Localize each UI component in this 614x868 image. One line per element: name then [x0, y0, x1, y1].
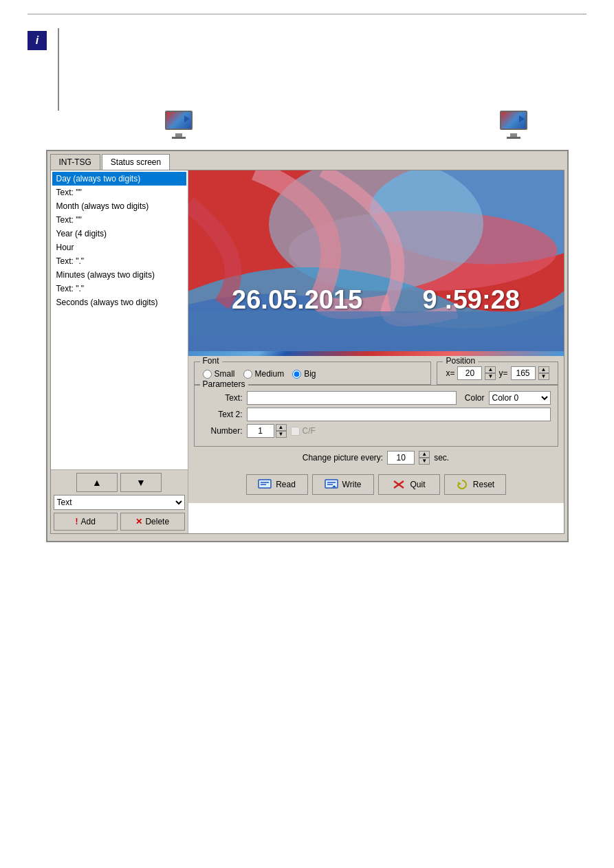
font-group-title: Font	[200, 356, 222, 366]
up-arrow-button[interactable]: ▲	[76, 473, 118, 492]
font-medium-radio[interactable]	[243, 370, 252, 379]
tab-inttsg[interactable]: INT-TSG	[50, 154, 100, 170]
controls-area: Font Small Medium	[188, 356, 564, 503]
list-panel: Day (always two digits) Text: "" Month (…	[51, 170, 188, 469]
text-label: Text:	[201, 393, 243, 403]
number-param-row: Number: ▲ ▼ C/F	[201, 424, 551, 438]
preview-time: 9 :59:28	[422, 285, 520, 315]
preview-date: 26.05.2015	[232, 285, 362, 315]
type-dropdown-row: Text Date Time Number	[54, 495, 185, 510]
number-input[interactable]	[247, 424, 274, 438]
font-medium-radio-label[interactable]: Medium	[243, 369, 285, 379]
number-spin-down[interactable]: ▼	[276, 431, 287, 438]
font-position-row: Font Small Medium	[194, 361, 558, 385]
number-input-group: ▲ ▼	[247, 424, 287, 438]
quit-button[interactable]: Quit	[378, 474, 440, 495]
font-small-radio-label[interactable]: Small	[203, 369, 235, 379]
info-bar	[58, 28, 59, 111]
list-item[interactable]: Hour	[52, 241, 186, 254]
list-item[interactable]: Text: ""	[52, 213, 186, 227]
list-item[interactable]: Year (4 digits)	[52, 227, 186, 241]
preview-area: 26.05.2015 9 :59:28	[188, 170, 564, 356]
read-icon	[258, 479, 272, 490]
font-medium-label: Medium	[255, 369, 285, 379]
text-param-row: Text: Color Color 0	[201, 391, 551, 405]
tab-status[interactable]: Status screen	[102, 154, 170, 170]
icons-row	[66, 111, 586, 143]
font-big-radio-label[interactable]: Big	[292, 369, 316, 379]
right-panel: 26.05.2015 9 :59:28 Font	[188, 170, 564, 533]
change-picture-input[interactable]	[387, 451, 415, 465]
y-input[interactable]	[511, 366, 536, 380]
left-panel-bottom: ▲ ▼ Text Date Time Number !	[51, 469, 188, 533]
delete-button[interactable]: ✕ Delete	[120, 513, 185, 531]
monitor-icon-right	[497, 111, 531, 143]
change-picture-unit: sec.	[434, 453, 449, 463]
change-picture-spin-up[interactable]: ▲	[419, 451, 430, 458]
info-content	[66, 28, 586, 143]
read-button[interactable]: Read	[246, 474, 308, 495]
main-dialog: INT-TSG Status screen Day (always two di…	[46, 150, 569, 542]
quit-icon	[392, 479, 406, 490]
y-spin-up[interactable]: ▲	[538, 366, 549, 373]
x-spin-up[interactable]: ▲	[485, 366, 496, 373]
font-small-radio[interactable]	[203, 370, 212, 379]
x-spin-down[interactable]: ▼	[485, 373, 496, 380]
reset-icon	[455, 479, 469, 490]
top-divider	[28, 14, 586, 14]
params-group-title: Parameters	[200, 379, 248, 389]
y-label: y=	[498, 368, 507, 378]
info-section: i	[28, 28, 586, 143]
x-delete-icon: ✕	[135, 517, 142, 526]
list-item[interactable]: Day (always two digits)	[52, 172, 186, 186]
add-delete-row: ! Add ✕ Delete	[54, 513, 185, 531]
list-item[interactable]: Month (always two digits)	[52, 199, 186, 213]
cf-checkbox-group: C/F	[291, 426, 316, 436]
x-spin: ▲ ▼	[485, 366, 496, 380]
pos-group-inner: x= ▲ ▼ y= ▲ ▼	[446, 366, 549, 380]
color-label: Color	[465, 393, 485, 403]
down-arrow-button[interactable]: ▼	[120, 473, 162, 492]
position-group: Position x= ▲ ▼ y=	[437, 361, 558, 385]
x-label: x=	[446, 368, 454, 378]
reset-button[interactable]: Reset	[444, 474, 506, 495]
font-small-label: Small	[215, 369, 235, 379]
y-spin: ▲ ▼	[538, 366, 549, 380]
change-picture-row: Change picture every: ▲ ▼ sec.	[194, 451, 558, 465]
change-picture-spin: ▲ ▼	[419, 451, 430, 465]
text-input[interactable]	[247, 391, 457, 405]
bottom-buttons: Read Write	[194, 470, 558, 498]
list-items: Day (always two digits) Text: "" Month (…	[51, 170, 188, 311]
dialog-tabs: INT-TSG Status screen	[47, 151, 567, 170]
write-button[interactable]: Write	[312, 474, 374, 495]
type-dropdown[interactable]: Text Date Time Number	[54, 495, 185, 510]
preview-stripe	[188, 311, 564, 335]
svg-marker-13	[458, 482, 461, 485]
color-select[interactable]: Color 0	[489, 391, 551, 405]
monitor-icon-left	[162, 111, 197, 143]
dialog-body: Day (always two digits) Text: "" Month (…	[50, 170, 564, 534]
exclamation-icon: !	[76, 517, 78, 526]
font-big-radio[interactable]	[292, 370, 301, 379]
list-item[interactable]: Text: ""	[52, 186, 186, 199]
text2-input[interactable]	[247, 408, 551, 421]
params-group: Parameters Text: Color Color 0 T	[194, 385, 558, 447]
cf-label: C/F	[303, 426, 316, 436]
number-spin-up[interactable]: ▲	[276, 424, 287, 431]
cf-checkbox[interactable]	[291, 427, 300, 436]
list-item[interactable]: Text: "."	[52, 254, 186, 268]
list-item[interactable]: Text: "."	[52, 282, 186, 296]
add-button[interactable]: ! Add	[54, 513, 118, 531]
info-icon: i	[28, 31, 47, 50]
text2-label: Text 2:	[201, 410, 243, 419]
y-spin-down[interactable]: ▼	[538, 373, 549, 380]
list-item[interactable]: Minutes (always two digits)	[52, 268, 186, 282]
svg-rect-7	[325, 480, 338, 488]
x-input[interactable]	[457, 366, 482, 380]
list-item[interactable]: Seconds (always two digits)	[52, 296, 186, 309]
change-picture-label: Change picture every:	[303, 453, 383, 463]
svg-rect-4	[259, 480, 271, 488]
change-picture-spin-down[interactable]: ▼	[419, 458, 430, 465]
write-icon	[325, 479, 338, 490]
position-group-title: Position	[443, 356, 478, 366]
